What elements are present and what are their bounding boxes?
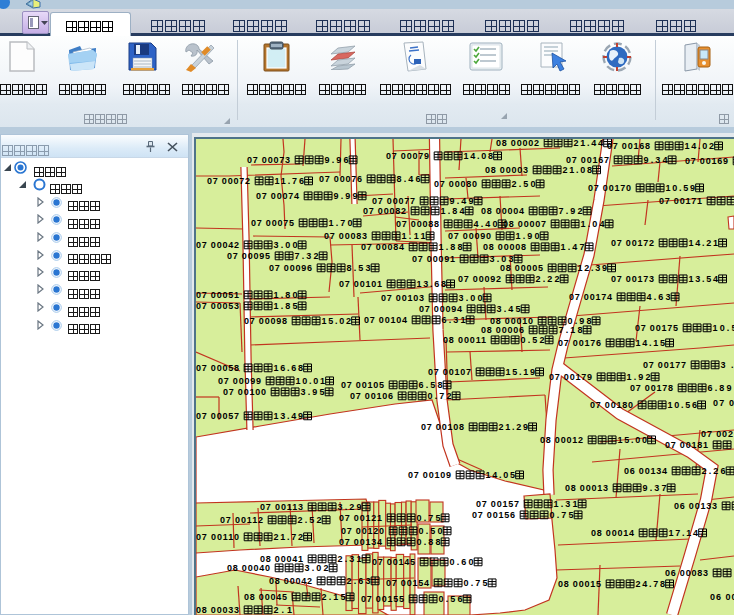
svg-text:08 00008: 08 00008 (483, 242, 526, 252)
svg-text:07 00120: 07 00120 (341, 526, 384, 536)
svg-text:0.60: 0.60 (450, 557, 474, 567)
svg-text:07 00082: 07 00082 (363, 206, 406, 216)
svg-text:10.56: 10.56 (668, 400, 698, 410)
svg-text:07 00090: 07 00090 (448, 231, 491, 241)
svg-text:08 00012: 08 00012 (540, 435, 583, 445)
svg-text:2.22: 2.22 (536, 274, 560, 284)
svg-text:15.19: 15.19 (506, 367, 536, 377)
svg-text:07 00168: 07 00168 (607, 141, 650, 151)
svg-text:07 00157: 07 00157 (476, 499, 519, 509)
svg-text:4.63: 4.63 (647, 292, 671, 302)
svg-text:11.76: 11.76 (275, 176, 305, 186)
svg-text:9.49: 9.49 (450, 196, 474, 206)
svg-text:2.15: 2.15 (322, 592, 346, 602)
svg-text:07 00104: 07 00104 (364, 315, 407, 325)
svg-text:3.00: 3.00 (459, 293, 483, 303)
svg-text:07 00108: 07 00108 (421, 422, 464, 432)
svg-text:07 00110: 07 00110 (196, 532, 239, 542)
svg-text:2.63: 2.63 (347, 576, 371, 586)
svg-text:21.08: 21.08 (563, 165, 593, 175)
svg-text:07 00171: 07 00171 (659, 196, 702, 206)
svg-text:2.50: 2.50 (512, 179, 536, 189)
svg-text:07 00134: 07 00134 (339, 537, 382, 547)
svg-text:07 00096: 07 00096 (269, 263, 312, 273)
svg-text:21.72: 21.72 (274, 532, 304, 542)
svg-text:07 00181: 07 00181 (665, 440, 708, 450)
svg-text:14.15: 14.15 (636, 338, 666, 348)
svg-text:7.32: 7.32 (295, 251, 319, 261)
svg-text:9.99: 9.99 (334, 191, 358, 201)
svg-text:6.58: 6.58 (419, 380, 443, 390)
svg-text:9.34: 9.34 (644, 155, 668, 165)
svg-text:07 00092: 07 00092 (458, 274, 501, 284)
svg-text:08 00014: 08 00014 (591, 528, 634, 538)
svg-text:07 00079: 07 00079 (386, 151, 429, 161)
svg-text:08 00011: 08 00011 (443, 335, 486, 345)
svg-text:10.01: 10.01 (296, 376, 326, 386)
svg-text:2.52: 2.52 (298, 515, 322, 525)
svg-text:15.02: 15.02 (322, 316, 352, 326)
svg-text:07 00098: 07 00098 (244, 316, 287, 326)
svg-text:24.78: 24.78 (636, 579, 666, 589)
svg-text:07 00155: 07 00155 (361, 594, 404, 604)
svg-text:07 00177: 07 00177 (643, 360, 686, 370)
svg-text:7.18: 7.18 (559, 325, 583, 335)
svg-text:08 00045: 08 00045 (244, 592, 287, 602)
svg-text:08 00015: 08 00015 (558, 579, 601, 589)
svg-text:0.50: 0.50 (419, 526, 443, 536)
svg-text:8.53: 8.53 (347, 263, 371, 273)
svg-text:10.5: 10.5 (713, 323, 734, 333)
svg-text:07 00074: 07 00074 (256, 191, 299, 201)
svg-text:07 00084: 07 00084 (361, 242, 404, 252)
svg-text:1.84: 1.84 (441, 206, 465, 216)
svg-text:07 002: 07 002 (701, 429, 733, 439)
svg-text:0.56: 0.56 (439, 594, 463, 604)
svg-text:14.02: 14.02 (685, 141, 715, 151)
svg-text:21.44: 21.44 (574, 139, 604, 148)
svg-text:07 00170: 07 00170 (588, 183, 631, 193)
svg-text:08 00003: 08 00003 (485, 165, 528, 175)
svg-text:14.08: 14.08 (464, 151, 494, 161)
svg-text:06 00133: 06 00133 (674, 501, 717, 511)
svg-text:06 00: 06 00 (710, 592, 734, 602)
svg-text:3.95: 3.95 (301, 387, 325, 397)
svg-text:1.90: 1.90 (516, 231, 540, 241)
svg-text:6.31: 6.31 (442, 315, 466, 325)
svg-text:14.05: 14.05 (486, 470, 516, 480)
svg-text:07 00109: 07 00109 (408, 470, 451, 480)
svg-text:1.47: 1.47 (561, 242, 585, 252)
svg-text:4.40: 4.40 (474, 219, 498, 229)
svg-text:6.89: 6.89 (708, 383, 732, 393)
svg-text:08 00004: 08 00004 (481, 206, 524, 216)
svg-text:2.26: 2.26 (702, 466, 726, 476)
svg-text:07 00172: 07 00172 (611, 238, 654, 248)
svg-text:0.75: 0.75 (417, 513, 441, 523)
svg-text:06 00134: 06 00134 (624, 466, 667, 476)
svg-text:08 00002: 08 00002 (496, 139, 539, 148)
svg-text:07 00042: 07 00042 (196, 240, 239, 250)
svg-text:2.1: 2.1 (274, 605, 293, 615)
svg-text:1.31: 1.31 (554, 499, 578, 509)
svg-text:9.37: 9.37 (643, 483, 667, 493)
svg-text:08 00007: 08 00007 (503, 219, 546, 229)
svg-text:07 00107: 07 00107 (428, 367, 471, 377)
svg-text:07 00174: 07 00174 (569, 292, 612, 302)
svg-text:1.92: 1.92 (627, 372, 651, 382)
svg-text:1.70: 1.70 (329, 218, 353, 228)
svg-text:08 00006: 08 00006 (481, 325, 524, 335)
svg-text:07 00176: 07 00176 (558, 338, 601, 348)
svg-text:07 00051: 07 00051 (196, 290, 239, 300)
svg-text:0.52: 0.52 (521, 335, 545, 345)
svg-text:07 00112: 07 00112 (220, 515, 263, 525)
svg-text:07 00094: 07 00094 (419, 304, 462, 314)
svg-text:13.68: 13.68 (417, 279, 447, 289)
svg-text:07 00099: 07 00099 (218, 376, 261, 386)
svg-text:16.68: 16.68 (274, 363, 304, 373)
svg-text:3.29: 3.29 (338, 502, 362, 512)
svg-text:07 00075: 07 00075 (251, 218, 294, 228)
svg-text:07 00180: 07 00180 (590, 400, 633, 410)
svg-text:07 00088: 07 00088 (396, 219, 439, 229)
svg-text:07 00179: 07 00179 (549, 372, 592, 382)
svg-text:3.02: 3.02 (305, 563, 329, 573)
svg-text:3.45: 3.45 (497, 304, 521, 314)
